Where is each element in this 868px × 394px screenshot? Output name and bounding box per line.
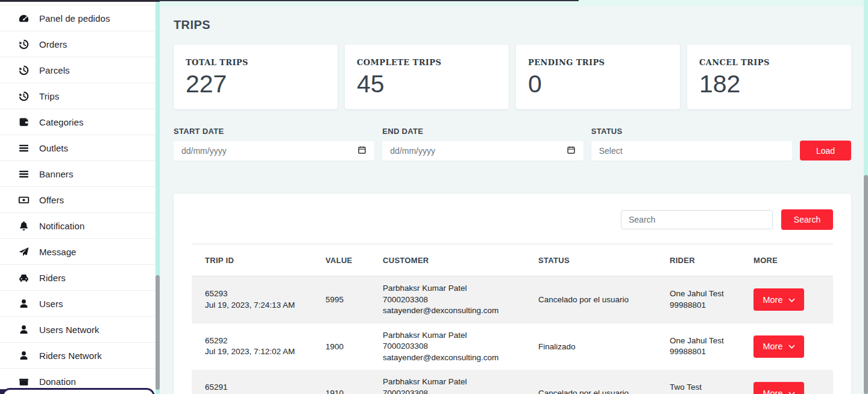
column-header-value: VALUE [318, 244, 376, 276]
trip-value: 1900 [318, 323, 376, 370]
sidebar-item-message[interactable]: Message [0, 239, 160, 265]
sidebar-item-label: Riders Network [39, 351, 102, 361]
sidebar-item-label: Outlets [39, 143, 68, 153]
search-input[interactable] [621, 210, 773, 229]
table-row: 65291 Jul 19, 2023, 6:33:45 AM 1910 Parb… [192, 370, 833, 394]
column-header-rider: RIDER [662, 244, 746, 276]
trips-table-card: Search TRIP ID VALUE CUSTOMER STATUS RID… [174, 194, 851, 394]
sidebar-item-label: Offers [39, 195, 64, 205]
stat-card-cancel-trips: CANCEL TRIPS 182 [687, 45, 851, 109]
sidebar-item-riders[interactable]: Riders [0, 265, 160, 291]
customer-name: Parbhaksr Kumar Patel [383, 330, 526, 342]
status-label: STATUS [591, 127, 792, 136]
sidebar-scrollbar-thumb[interactable] [156, 275, 160, 390]
sidebar-item-riders-network[interactable]: Riders Network [0, 343, 160, 369]
end-date-label: END DATE [382, 127, 583, 136]
stat-card-complete-trips: COMPLETE TRIPS 45 [345, 45, 509, 109]
start-date-label: START DATE [174, 127, 374, 136]
start-date-input[interactable]: dd/mm/yyyy [174, 141, 374, 160]
dashboard-icon [18, 13, 30, 24]
search-row: Search [192, 209, 833, 230]
page-scrollbar-thumb[interactable] [864, 175, 868, 394]
sidebar-item-label: Notification [39, 221, 84, 231]
start-date-placeholder: dd/mm/yyyy [181, 146, 227, 156]
sidebar-item-label: Parcels [39, 65, 70, 75]
bars-icon [18, 168, 30, 180]
load-button[interactable]: Load [800, 141, 851, 160]
customer-name: Parbhaksr Kumar Patel [383, 377, 526, 388]
status-group: STATUS Select [591, 127, 792, 160]
rider-phone: 99988801 [670, 346, 741, 358]
trip-status: Cancelado por el usuario [531, 370, 662, 394]
sidebar-item-banners[interactable]: Banners [0, 161, 160, 187]
calendar-icon[interactable] [567, 145, 576, 156]
rider-name: Two Test [670, 382, 741, 393]
stat-label: COMPLETE TRIPS [357, 58, 497, 67]
chevron-down-icon [788, 342, 795, 351]
sidebar-item-notification[interactable]: Notification [0, 213, 160, 239]
sidebar-item-panel-de-pedidos[interactable]: Panel de pedidos [0, 5, 160, 31]
sidebar-item-users-network[interactable]: Users Network [0, 317, 160, 343]
sidebar-item-label: Message [39, 247, 77, 257]
page-scrollbar[interactable] [864, 0, 868, 394]
sidebar-item-label: Donation [39, 377, 76, 387]
app-window: Panel de pedidos Orders Parcels Trips Ca… [0, 0, 868, 394]
chevron-down-icon [788, 389, 795, 394]
user-icon [18, 324, 30, 335]
trip-date: Jul 19, 2023, 7:12:02 AM [205, 346, 313, 358]
stat-label: TOTAL TRIPS [186, 58, 326, 67]
bars-icon [18, 142, 30, 154]
calendar-icon[interactable] [357, 145, 366, 156]
trips-table: TRIP ID VALUE CUSTOMER STATUS RIDER MORE… [192, 244, 833, 394]
stat-value: 227 [186, 72, 326, 97]
sidebar-item-label: Riders [39, 273, 66, 283]
chevron-down-icon [788, 295, 795, 305]
sidebar-scrollbar[interactable] [156, 0, 160, 394]
more-button[interactable]: More [753, 382, 804, 394]
sidebar-item-label: Banners [39, 169, 74, 179]
gift-icon [18, 376, 30, 387]
more-button[interactable]: More [753, 335, 804, 358]
sidebar-item-orders[interactable]: Orders [0, 31, 160, 57]
bottom-popup [2, 388, 155, 394]
paper-plane-icon [18, 246, 30, 258]
customer-phone: 7000203308 [383, 341, 526, 352]
customer-phone: 7000203308 [383, 388, 526, 394]
sidebar-item-categories[interactable]: Categories [0, 109, 160, 135]
stat-value: 0 [528, 72, 668, 97]
user-icon [18, 298, 30, 310]
stat-value: 45 [357, 72, 497, 97]
sidebar-item-parcels[interactable]: Parcels [0, 57, 160, 83]
trip-value: 5995 [318, 276, 376, 323]
trip-id: 65291 [205, 382, 313, 393]
start-date-group: START DATE dd/mm/yyyy [174, 127, 374, 160]
wallet-icon [18, 116, 30, 128]
status-select[interactable]: Select [591, 141, 792, 160]
column-header-customer: CUSTOMER [376, 244, 531, 276]
customer-email: satayender@dexconsulting.com [383, 305, 526, 317]
sidebar-item-label: Users Network [39, 325, 99, 335]
trip-id: 65292 [205, 335, 313, 347]
table-row: 65293 Jul 19, 2023, 7:24:13 AM 5995 Parb… [192, 276, 833, 323]
status-select-placeholder: Select [599, 146, 623, 156]
sidebar-item-users[interactable]: Users [0, 291, 160, 317]
main-content: TRIPS TOTAL TRIPS 227 COMPLETE TRIPS 45 … [160, 0, 868, 394]
sidebar-item-label: Panel de pedidos [39, 13, 110, 24]
sidebar-item-offers[interactable]: Offers [0, 187, 160, 213]
sidebar-item-outlets[interactable]: Outlets [0, 135, 160, 161]
sidebar-menu: Panel de pedidos Orders Parcels Trips Ca… [0, 5, 160, 394]
sidebar-item-trips[interactable]: Trips [0, 83, 160, 109]
stat-card-pending-trips: PENDING TRIPS 0 [516, 45, 680, 109]
more-button[interactable]: More [753, 288, 804, 311]
end-date-input[interactable]: dd/mm/yyyy [382, 141, 583, 160]
sidebar-item-label: Categories [39, 117, 84, 127]
history-icon [18, 39, 30, 50]
stat-value: 182 [699, 72, 839, 97]
sidebar: Panel de pedidos Orders Parcels Trips Ca… [0, 0, 160, 394]
sidebar-item-label: Users [39, 299, 63, 309]
trip-status: Finalizado [531, 323, 662, 370]
column-header-trip-id: TRIP ID [192, 244, 318, 276]
search-button[interactable]: Search [781, 209, 833, 230]
column-header-status: STATUS [531, 244, 662, 276]
customer-name: Parbhaksr Kumar Patel [383, 283, 526, 294]
